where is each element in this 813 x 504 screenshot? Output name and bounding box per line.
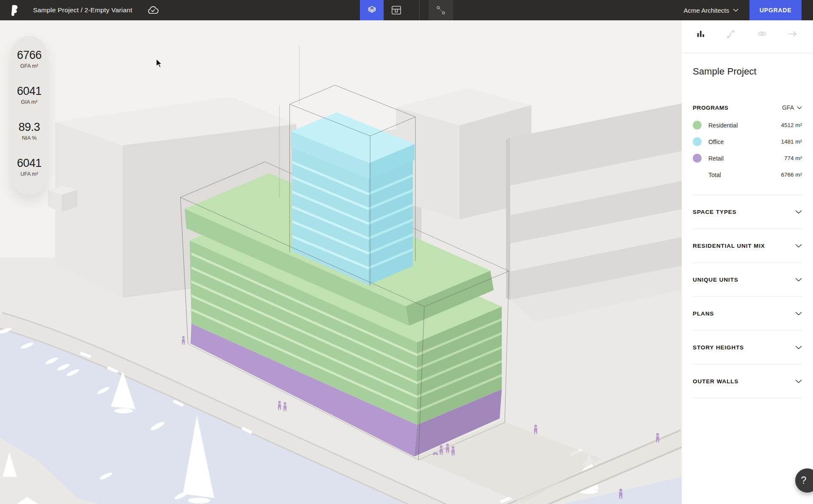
office-swatch bbox=[693, 137, 702, 146]
programs-header: PROGRAMS GFA bbox=[693, 104, 802, 111]
toolbar-divider bbox=[419, 0, 420, 20]
3d-scene-canvas[interactable] bbox=[0, 20, 682, 504]
metrics-panel: 6766 GFA m² 6041 GIA m² 89.3 NIA % 6041 … bbox=[11, 36, 47, 195]
program-row-residential[interactable]: Residential 4512 m² bbox=[693, 117, 802, 133]
chevron-down-icon bbox=[795, 346, 802, 349]
organization-name: Acme Architects bbox=[683, 7, 729, 14]
chevron-down-icon bbox=[795, 278, 802, 282]
retail-swatch bbox=[693, 154, 702, 163]
tab-export[interactable] bbox=[787, 28, 798, 39]
sidebar-divider bbox=[682, 53, 813, 53]
chevron-down-icon bbox=[795, 210, 802, 214]
measure-tool-button[interactable] bbox=[429, 0, 453, 20]
3d-view-button[interactable] bbox=[360, 0, 384, 20]
metric-nia: 89.3 NIA % bbox=[19, 121, 40, 141]
section-outer-walls[interactable]: OUTER WALLS bbox=[693, 364, 802, 398]
plan-view-button[interactable] bbox=[384, 0, 409, 20]
tab-visibility[interactable] bbox=[757, 28, 768, 39]
metric-ufa: 6041 UFA m² bbox=[17, 157, 41, 177]
chevron-down-icon bbox=[795, 244, 802, 248]
project-title: Sample Project bbox=[693, 66, 802, 77]
section-unique-units[interactable]: UNIQUE UNITS bbox=[693, 263, 802, 296]
tab-flows[interactable] bbox=[726, 28, 737, 39]
context-building-stepped-right bbox=[506, 103, 682, 322]
right-sidebar: Sample Project PROGRAMS GFA Residential … bbox=[682, 20, 813, 504]
arrow-right-icon bbox=[788, 29, 798, 39]
chevron-down-icon bbox=[733, 8, 738, 12]
breadcrumb-title: Sample Project / 2-Empty Variant bbox=[33, 6, 132, 14]
chevron-down-icon bbox=[795, 312, 802, 316]
upgrade-button[interactable]: UPGRADE bbox=[749, 0, 802, 20]
chevron-down-icon bbox=[797, 106, 802, 109]
measure-icon bbox=[436, 5, 446, 15]
collapsible-sections: SPACE TYPES RESIDENTIAL UNIT MIX UNIQUE … bbox=[693, 195, 802, 398]
bar-chart-icon bbox=[696, 29, 705, 39]
organization-menu[interactable]: Acme Architects bbox=[683, 0, 738, 20]
eye-icon bbox=[757, 29, 767, 39]
section-residential-unit-mix[interactable]: RESIDENTIAL UNIT MIX bbox=[693, 229, 802, 263]
plan-view-icon bbox=[391, 6, 401, 15]
top-bar: Sample Project / 2-Empty Variant bbox=[0, 0, 813, 20]
section-plans[interactable]: PLANS bbox=[693, 296, 802, 330]
stacked-floors-icon bbox=[367, 5, 377, 15]
sidebar-tabs bbox=[693, 20, 802, 53]
programs-label: PROGRAMS bbox=[693, 105, 728, 111]
chevron-down-icon bbox=[795, 379, 802, 383]
program-row-total: Total 6766 m² bbox=[693, 166, 802, 183]
spline-flows-icon bbox=[726, 29, 736, 39]
cloud-synced-icon bbox=[147, 6, 159, 15]
metric-gfa: 6766 GFA m² bbox=[17, 49, 41, 69]
finch-logo-icon[interactable] bbox=[9, 5, 19, 16]
section-space-types[interactable]: SPACE TYPES bbox=[693, 195, 802, 229]
program-row-office[interactable]: Office 1481 m² bbox=[693, 133, 802, 150]
topbar-right: Acme Architects UPGRADE bbox=[683, 0, 813, 20]
metric-gia: 6041 GIA m² bbox=[17, 85, 41, 105]
tab-statistics[interactable] bbox=[695, 28, 706, 39]
mouse-cursor bbox=[156, 58, 166, 69]
program-rows: Residential 4512 m² Office 1481 m² Retai… bbox=[693, 117, 802, 183]
unit-selector-dropdown[interactable]: GFA bbox=[782, 104, 802, 111]
app-window: Sample Project / 2-Empty Variant bbox=[0, 0, 813, 504]
view-mode-toolbar bbox=[360, 0, 453, 20]
program-row-retail[interactable]: Retail 774 m² bbox=[693, 150, 802, 166]
3d-viewport[interactable]: 6766 GFA m² 6041 GIA m² 89.3 NIA % 6041 … bbox=[0, 20, 682, 504]
section-story-heights[interactable]: STORY HEIGHTS bbox=[693, 330, 802, 364]
residential-swatch bbox=[693, 121, 702, 130]
